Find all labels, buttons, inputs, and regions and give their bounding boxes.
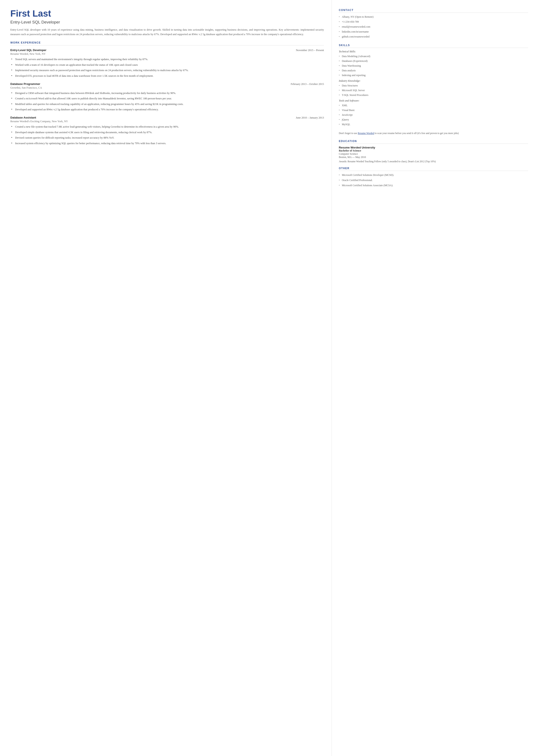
skill-item: Data analysis xyxy=(339,69,528,72)
contact-item: email@resumeworded.com xyxy=(339,25,528,29)
skill-item: Microsoft SQL Server xyxy=(339,88,528,92)
job-dates: June 2010 – January 2013 xyxy=(296,116,324,119)
technical-skills-label: Technical Skills: xyxy=(339,50,528,53)
main-column: First Last Entry-Level SQL Developer Ent… xyxy=(0,0,332,756)
skills-section: Technical Skills: Data Modeling (Advance… xyxy=(339,50,528,126)
contact-heading: CONTACT xyxy=(339,9,528,13)
skills-heading: SKILLS xyxy=(339,44,528,48)
bullet-item: Created a new file system that tracked 7… xyxy=(11,125,324,129)
skill-item: T-SQL Stored Procedures xyxy=(339,93,528,97)
job-block: Database AssistantJune 2010 – January 20… xyxy=(10,116,324,146)
candidate-name: First Last xyxy=(10,9,324,18)
promo-text-after: to scan your resume before you send it o… xyxy=(374,132,459,134)
job-title: Database Assistant xyxy=(10,116,36,119)
bullet-item: Devised custom queries for difficult rep… xyxy=(11,136,324,140)
other-item: Microsoft Certified Solutions Associate … xyxy=(339,183,528,187)
bullet-item: Developed ETL processes to load 46TB of … xyxy=(11,74,324,78)
job-dates: November 2015 – Present xyxy=(296,49,324,52)
bullet-item: Worked with a team of 16 developers to c… xyxy=(11,63,324,67)
job-header: Database ProgrammerFebruary 2013 – Octob… xyxy=(10,82,324,86)
tools-skills-label: Tools and Software: xyxy=(339,99,528,102)
education-heading: EDUCATION xyxy=(339,140,528,144)
other-item: Microsoft Certified Solutions Developer … xyxy=(339,173,528,177)
bullet-item: Developed simple database systems that a… xyxy=(11,130,324,134)
job-title: Entry-Level SQL Developer xyxy=(10,48,46,52)
bullet-item: Created a mAcrosoft Word add-in that all… xyxy=(11,97,324,101)
technical-skills-list: Data Modeling (Advanced)Databases (Exper… xyxy=(339,54,528,77)
skill-item: jQuery xyxy=(339,118,528,122)
skill-item: XML xyxy=(339,103,528,107)
job-bullets: Created a new file system that tracked 7… xyxy=(10,125,324,146)
industry-skills-label: Industry Knowledge: xyxy=(339,79,528,83)
skill-item: Data Structures xyxy=(339,84,528,88)
industry-skills-list: Data StructuresMicrosoft SQL ServerT-SQL… xyxy=(339,84,528,97)
job-company: Resume Worded, New York, NY xyxy=(10,52,324,56)
promo-link[interactable]: Resume Worded xyxy=(358,132,374,134)
bullet-item: Modified tables and queries for enhanced… xyxy=(11,102,324,106)
work-experience-heading: WORK EXPERIENCE xyxy=(10,41,324,45)
bullet-item: Developed and supported an RWec v.2 5g d… xyxy=(11,107,324,112)
promo-box: Don't forget to use Resume Worded to sca… xyxy=(339,131,528,135)
candidate-title: Entry-Level SQL Developer xyxy=(10,20,324,25)
skill-item: Data Modeling (Advanced) xyxy=(339,54,528,58)
other-heading: OTHER xyxy=(339,167,528,171)
edu-awards: Awards: Resume Worded Teaching Fellow (o… xyxy=(339,160,528,163)
jobs-container: Entry-Level SQL DeveloperNovember 2015 –… xyxy=(10,48,324,146)
other-item: Oracle Certified Professional. xyxy=(339,178,528,182)
job-company: Resume Worded's Exciting Company, New Yo… xyxy=(10,120,324,123)
job-bullets: Tested SQL servers and maintained the en… xyxy=(10,57,324,78)
skill-item: Visual Basic xyxy=(339,108,528,112)
skill-item: Indexing and reporting xyxy=(339,73,528,77)
job-dates: February 2013 – October 2015 xyxy=(291,83,324,86)
bullet-item: Tested SQL servers and maintained the en… xyxy=(11,57,324,61)
education-block: Resume Worded University Bachelor of Sci… xyxy=(339,146,528,163)
bullet-item: Increased system efficiency by optimizin… xyxy=(11,141,324,146)
skill-item: JavaScript xyxy=(339,113,528,117)
sidebar-column: CONTACT Albany, NY (Open to Remote)+1-23… xyxy=(332,0,535,756)
edu-university: Resume Worded University xyxy=(339,146,528,149)
other-list: Microsoft Certified Solutions Developer … xyxy=(339,173,528,187)
job-block: Entry-Level SQL DeveloperNovember 2015 –… xyxy=(10,48,324,78)
job-block: Database ProgrammerFebruary 2013 – Octob… xyxy=(10,82,324,112)
job-header: Database AssistantJune 2010 – January 20… xyxy=(10,116,324,119)
skill-item: MySQL xyxy=(339,123,528,126)
edu-degree: Bachelor of Science xyxy=(339,149,528,153)
job-title: Database Programmer xyxy=(10,82,40,86)
job-company: Growthsi, San Francisco, CA xyxy=(10,86,324,90)
job-header: Entry-Level SQL DeveloperNovember 2015 –… xyxy=(10,48,324,52)
job-bullets: Designed a CRM software that integrated … xyxy=(10,91,324,112)
edu-location: Boston, MA — May 2010 xyxy=(339,155,528,159)
skill-item: Data Warehousing xyxy=(339,64,528,68)
contact-list: Albany, NY (Open to Remote)+1-234-456-78… xyxy=(339,15,528,39)
bullet-item: Designed a CRM software that integrated … xyxy=(11,91,324,95)
contact-item: +1-234-456-789 xyxy=(339,20,528,24)
contact-item: Albany, NY (Open to Remote) xyxy=(339,15,528,19)
skill-item: Databases (Experienced) xyxy=(339,59,528,63)
contact-item: linkedin.com/in/username xyxy=(339,30,528,34)
promo-text-before: Don't forget to use xyxy=(339,132,358,134)
contact-item: github.com/resumeworded xyxy=(339,35,528,39)
tools-skills-list: XMLVisual BasicJavaScriptjQueryMySQL xyxy=(339,103,528,126)
bullet-item: Implemented security measures such as pa… xyxy=(11,68,324,72)
edu-field: Computer Science xyxy=(339,153,528,155)
candidate-summary: Entry-Level SQL developer with 10 years … xyxy=(10,28,324,37)
